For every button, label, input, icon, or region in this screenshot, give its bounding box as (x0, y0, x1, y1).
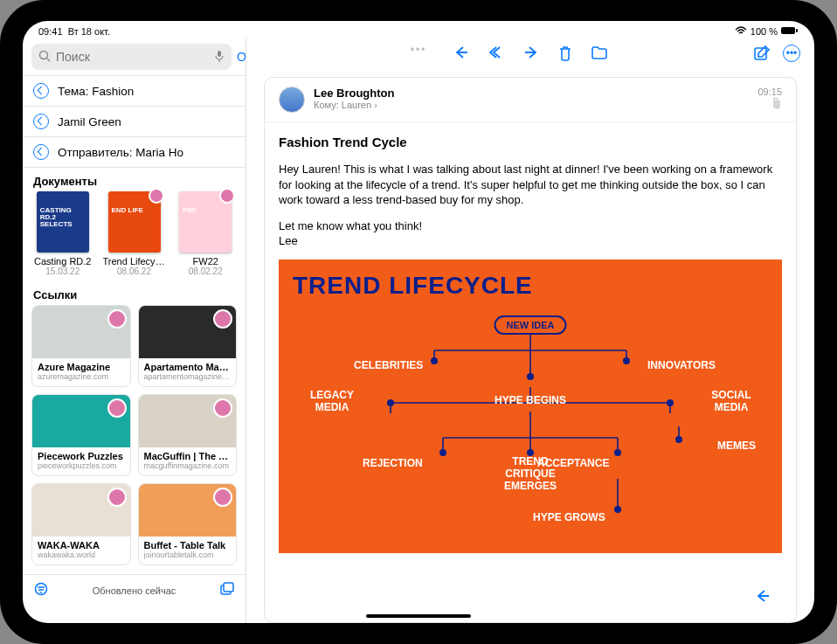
link-title: Azure Magazine (38, 362, 125, 372)
search-icon (38, 50, 51, 65)
search-suggestion[interactable]: Отправитель: Maria Ho (23, 137, 246, 168)
sender-avatar[interactable] (279, 87, 305, 113)
mic-icon[interactable] (214, 50, 225, 65)
link-card[interactable]: Apartamento Maga…apartamentomagazine.c… (138, 305, 238, 387)
svg-line-3 (47, 59, 50, 61)
svg-point-12 (431, 357, 438, 364)
link-card[interactable]: MacGuffin | The Lifemacguffinmagazine.co… (138, 394, 238, 476)
trash-icon[interactable] (557, 45, 573, 66)
doc-date: 15.03.22 (31, 267, 94, 276)
link-card[interactable]: Piecework Puzzlespieceworkpuzzles.com (31, 394, 131, 476)
link-thumbnail (139, 306, 237, 358)
mail-time: 09:15 (757, 87, 782, 97)
node-rejection: REJECTION (363, 457, 423, 469)
more-icon[interactable]: ••• (783, 45, 800, 62)
search-field[interactable] (31, 44, 232, 70)
avatar-badge (107, 398, 127, 418)
search-input[interactable] (56, 50, 209, 64)
avatar-badge (149, 188, 164, 204)
node-memes: MEMES (717, 440, 756, 452)
suggestion-label: Отправитель: Maria Ho (58, 146, 183, 159)
link-title: Apartamento Maga… (144, 362, 232, 372)
avatar-badge (107, 488, 127, 507)
svg-point-14 (527, 373, 534, 380)
link-url: joinourtabletalk.com (144, 551, 232, 559)
filter-icon[interactable] (33, 582, 49, 599)
chevron-right-icon: › (374, 100, 377, 110)
search-suggestion[interactable]: Тема: Fashion (23, 76, 246, 107)
reply-all-icon[interactable] (488, 45, 505, 66)
link-thumbnail (139, 395, 237, 447)
status-date: Вт 18 окт. (68, 26, 110, 37)
doc-title: Casting RD.2 (31, 256, 94, 267)
node-hype-grows: HYPE GROWS (533, 511, 605, 523)
svg-point-2 (40, 51, 48, 59)
avatar-badge (213, 398, 232, 418)
svg-rect-0 (781, 27, 795, 34)
recent-icon (33, 83, 49, 99)
node-legacy-media: LEGACY MEDIA (301, 389, 363, 413)
sender-name[interactable]: Lee Broughton (314, 87, 749, 100)
link-title: MacGuffin | The Life (144, 451, 232, 461)
to-line[interactable]: Кому: Lauren › (314, 100, 749, 110)
link-title: Piecework Puzzles (38, 451, 125, 461)
links-heading: Ссылки (23, 281, 246, 305)
cancel-button[interactable]: Отменить (237, 50, 246, 64)
doc-thumbnail: CASTING RD.2 SELECTS (37, 191, 89, 253)
mail-paragraph: Let me know what you think! (279, 218, 782, 234)
node-hype-begins: HYPE BEGINS (495, 394, 566, 406)
battery-icon (781, 26, 799, 37)
home-indicator[interactable] (366, 614, 471, 618)
mail-toolbar: ••• (246, 38, 814, 72)
svg-point-15 (387, 399, 394, 406)
doc-thumbnail: END LIFE (108, 191, 161, 253)
attachment-icon[interactable] (757, 97, 782, 112)
avatar-badge (213, 309, 232, 329)
trend-lifecycle-image: TREND LIFECYCLE (279, 260, 782, 553)
doc-date: 08.06.22 (103, 267, 166, 276)
update-status: Обновлено сейчас (93, 585, 176, 596)
wifi-icon (735, 26, 747, 37)
link-url: wakawaka.world (38, 551, 125, 559)
forward-icon[interactable] (522, 45, 540, 66)
svg-point-20 (614, 449, 621, 456)
status-bar: 09:41 Вт 18 окт. 100 % (23, 21, 814, 38)
link-title: WAKA-WAKA (38, 540, 125, 551)
link-url: pieceworkpuzzles.com (38, 461, 125, 470)
link-url: macguffinmagazine.com (144, 461, 232, 470)
doc-date: 08.02.22 (175, 267, 238, 276)
node-new-idea: NEW IDEA (495, 315, 567, 335)
link-card[interactable]: Buffet - Table Talkjoinourtabletalk.com (138, 483, 238, 565)
document-item[interactable]: END LIFETrend Lifecycle08.06.22 (103, 191, 166, 276)
recent-icon (33, 114, 49, 129)
link-thumbnail (139, 484, 237, 537)
svg-point-16 (667, 399, 674, 406)
node-acceptance: ACCEPTANCE (537, 457, 609, 469)
reply-float-icon[interactable] (754, 588, 771, 608)
document-item[interactable]: FW!FW2208.02.22 (175, 191, 238, 276)
document-item[interactable]: CASTING RD.2 SELECTSCasting RD.215.03.22 (31, 191, 94, 276)
svg-rect-10 (224, 583, 233, 592)
link-card[interactable]: Azure Magazineazuremagazine.com (31, 305, 131, 387)
battery-percent: 100 % (751, 26, 778, 37)
svg-point-21 (614, 506, 621, 513)
mail-signature: Lee (279, 233, 782, 249)
node-celebrities: CELEBRITIES (354, 359, 423, 371)
node-social-media: SOCIAL MEDIA (703, 389, 759, 413)
recent-icon (33, 144, 49, 160)
compose-stack-icon[interactable] (219, 582, 235, 599)
link-thumbnail (32, 395, 130, 447)
link-thumbnail (32, 484, 130, 537)
search-suggestion[interactable]: Jamil Green (23, 107, 246, 137)
status-time: 09:41 (38, 26, 63, 37)
compose-icon[interactable] (753, 45, 771, 66)
suggestion-label: Jamil Green (58, 115, 121, 128)
node-innovators: INNOVATORS (647, 359, 716, 371)
reply-icon[interactable] (453, 45, 470, 66)
move-folder-icon[interactable] (591, 45, 608, 66)
svg-rect-1 (796, 29, 798, 32)
link-title: Buffet - Table Talk (144, 540, 232, 551)
suggestion-label: Тема: Fashion (58, 85, 134, 98)
link-card[interactable]: WAKA-WAKAwakawaka.world (31, 483, 131, 565)
mail-paragraph: Hey Lauren! This is what I was talking a… (279, 162, 782, 208)
